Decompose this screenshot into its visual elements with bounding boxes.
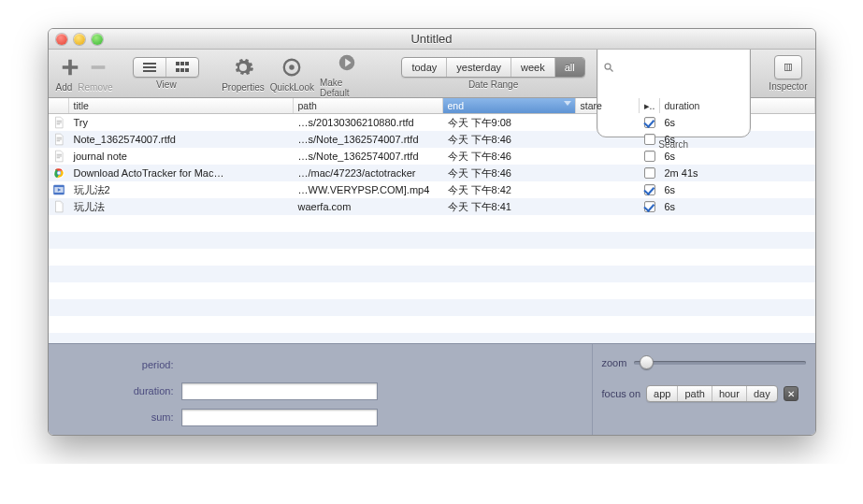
- row-duration: 6s: [660, 151, 815, 162]
- bottom-panel: period: duration: sum: zoom focus on app…: [49, 343, 815, 435]
- col-end[interactable]: end: [443, 98, 576, 113]
- zoom-window-button[interactable]: [92, 34, 103, 45]
- makedefault-label: Make Default: [320, 78, 374, 98]
- row-icon: [49, 200, 69, 213]
- inspector-button[interactable]: [775, 56, 801, 79]
- view-grid-icon[interactable]: [165, 58, 198, 77]
- daterange-week[interactable]: week: [511, 58, 554, 77]
- row-checkbox[interactable]: [644, 117, 655, 128]
- table-header: title path end stare ▸.. duration: [49, 98, 815, 114]
- close-window-button[interactable]: [56, 34, 67, 45]
- row-title: Try: [69, 117, 294, 128]
- table-row[interactable]: journal note…s/Note_1362574007.rtfd今天 下午…: [49, 148, 815, 165]
- table-row[interactable]: 玩儿法2…WW.VERYPSP.COM].mp4今天 下午8:426s: [49, 181, 815, 198]
- row-checkbox[interactable]: [644, 134, 655, 145]
- zoom-slider[interactable]: [634, 361, 805, 365]
- daterange-yesterday[interactable]: yesterday: [446, 58, 511, 77]
- search-input[interactable]: [618, 62, 744, 73]
- row-path: …s/Note_1362574007.rtfd: [294, 151, 443, 162]
- view-switcher[interactable]: [133, 57, 199, 78]
- table-row[interactable]: Download ActoTracker for Mac……/mac/47223…: [49, 165, 815, 181]
- svg-rect-7: [176, 68, 180, 72]
- table-row: [49, 316, 815, 333]
- focus-hour[interactable]: hour: [712, 386, 746, 401]
- properties-label: Properties: [222, 82, 265, 93]
- col-title[interactable]: title: [69, 98, 294, 113]
- sum-label: sum:: [52, 411, 174, 423]
- row-path: …s/Note_1362574007.rtfd: [294, 134, 443, 145]
- table-row: [49, 232, 815, 249]
- row-duration: 6s: [660, 117, 815, 128]
- svg-rect-6: [185, 62, 189, 65]
- table-row: [49, 266, 815, 282]
- row-title: Note_1362574007.rtfd: [69, 134, 294, 145]
- daterange-all[interactable]: all: [554, 58, 584, 77]
- zoom-slider-knob[interactable]: [640, 355, 654, 369]
- svg-rect-8: [180, 68, 184, 72]
- row-path: waerfa.com: [294, 201, 443, 212]
- daterange-today[interactable]: today: [402, 58, 446, 77]
- row-path: …/mac/47223/actotracker: [294, 167, 443, 179]
- row-end: 今天 下午8:42: [443, 183, 576, 197]
- svg-rect-5: [180, 62, 184, 65]
- duration-field[interactable]: [181, 382, 378, 400]
- daterange-segment[interactable]: todayyesterdayweekall: [401, 57, 584, 78]
- remove-label: Remove: [78, 82, 112, 93]
- row-icon: [49, 150, 69, 163]
- row-icon: [49, 166, 69, 180]
- row-title: Download ActoTracker for Mac…: [69, 167, 294, 179]
- col-path[interactable]: path: [294, 98, 443, 113]
- sort-descending-icon: [564, 101, 571, 106]
- svg-point-11: [290, 65, 295, 70]
- focus-app[interactable]: app: [647, 386, 677, 401]
- svg-rect-1: [143, 63, 156, 65]
- col-flag[interactable]: ▸..: [640, 98, 660, 113]
- col-stare[interactable]: stare: [576, 98, 640, 113]
- quicklook-button[interactable]: [278, 54, 306, 80]
- makedefault-button[interactable]: [333, 50, 361, 76]
- focus-day[interactable]: day: [746, 386, 777, 401]
- row-checkbox[interactable]: [644, 201, 655, 212]
- row-end: 今天 下午8:46: [443, 133, 576, 147]
- col-icon[interactable]: [49, 98, 69, 113]
- zoom-label: zoom: [602, 357, 627, 368]
- toolbar: Add Remove View Properties: [49, 50, 815, 98]
- focus-path[interactable]: path: [677, 386, 711, 401]
- quicklook-label: QuickLook: [270, 82, 314, 93]
- app-window: Untitled Add Remove: [48, 28, 816, 436]
- row-duration: 6s: [660, 184, 815, 195]
- row-duration: 2m 41s: [660, 167, 815, 179]
- focuson-segment[interactable]: apppathhourday: [646, 385, 778, 402]
- focuson-clear-button[interactable]: ✕: [784, 386, 798, 401]
- titlebar: Untitled: [49, 29, 815, 50]
- row-end: 今天 下午9:08: [443, 116, 576, 130]
- row-icon: [49, 116, 69, 129]
- row-path: …s/20130306210880.rtfd: [294, 117, 443, 128]
- table-row: [49, 215, 815, 232]
- duration-label: duration:: [52, 385, 174, 396]
- svg-rect-4: [176, 62, 180, 65]
- view-label: View: [156, 79, 177, 90]
- sum-field[interactable]: [181, 409, 378, 426]
- row-end: 今天 下午8:46: [443, 166, 576, 180]
- row-icon: [49, 183, 69, 196]
- view-list-icon[interactable]: [134, 58, 165, 77]
- search-icon: [603, 62, 614, 73]
- row-duration: 6s: [660, 134, 815, 145]
- row-checkbox[interactable]: [644, 167, 655, 179]
- properties-button[interactable]: [229, 54, 257, 80]
- inspector-label: Inspector: [769, 81, 807, 92]
- window-title: Untitled: [49, 32, 815, 46]
- add-button[interactable]: [56, 54, 84, 80]
- row-checkbox[interactable]: [644, 184, 655, 195]
- col-duration[interactable]: duration: [660, 98, 815, 113]
- row-end: 今天 下午8:41: [443, 200, 576, 214]
- row-checkbox[interactable]: [644, 151, 655, 162]
- svg-point-29: [57, 171, 61, 175]
- table-row[interactable]: 玩儿法waerfa.com今天 下午8:416s: [49, 198, 815, 215]
- table-row: [49, 333, 815, 343]
- minimize-window-button[interactable]: [74, 34, 85, 45]
- svg-rect-3: [143, 70, 156, 72]
- add-label: Add: [56, 82, 73, 93]
- remove-button[interactable]: [84, 54, 112, 80]
